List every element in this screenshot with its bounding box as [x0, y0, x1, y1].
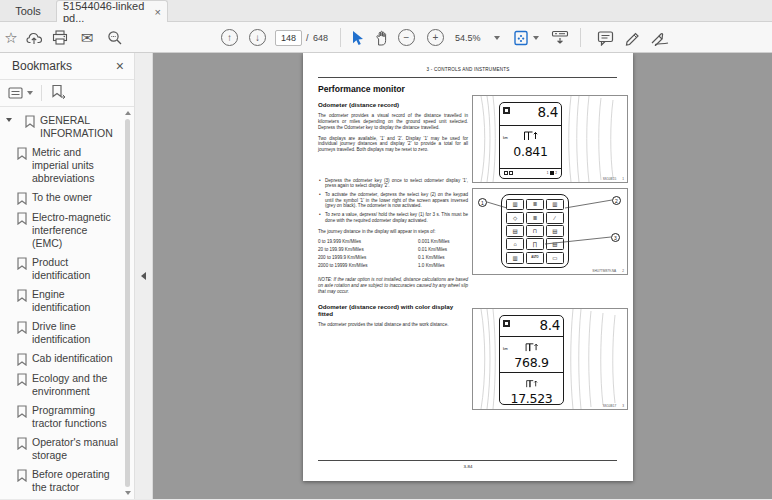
- step-cell: 0.01 Km/Miles: [418, 246, 447, 254]
- table-row: 0 to 19.999 Km/Miles 0.001 Km/Miles: [318, 238, 468, 246]
- bookmarks-list: GENERAL INFORMATION Metric and imperial …: [0, 107, 134, 499]
- range-cell: 200 to 1999.9 Km/Miles: [318, 254, 418, 262]
- figure-keypad: ▥ ≣ ▥ ◇: [472, 188, 628, 275]
- bookmark-item[interactable]: To the owner: [16, 191, 120, 205]
- print-button[interactable]: [50, 22, 70, 53]
- collapse-panel-icon[interactable]: [141, 272, 146, 280]
- callout-lines: [473, 189, 629, 276]
- range-cell: 2000 to 19999 Km/Miles: [318, 262, 418, 270]
- email-button[interactable]: ✉: [77, 22, 97, 53]
- previous-page-button[interactable]: ↑: [221, 22, 238, 53]
- table-row: 2000 to 19999 Km/Miles 1.0 Km/Miles: [318, 262, 468, 270]
- bookmark-icon: [16, 212, 28, 225]
- bookmark-icon: [16, 405, 28, 418]
- arrow-up-icon: ↑: [221, 29, 238, 46]
- panel-splitter[interactable]: [135, 53, 153, 499]
- figure-color-display: 8.4 km 768.9: [472, 308, 628, 410]
- pdf-reader-window: Tools 51544046-linked pd... × ☆ ✉: [0, 0, 772, 500]
- bookmark-item[interactable]: GENERAL INFORMATION: [6, 114, 120, 140]
- bookmark-item[interactable]: Before operating the tractor: [16, 468, 120, 494]
- bookmark-item[interactable]: Ecology and the environment: [16, 372, 120, 398]
- zoom-dropdown-caret[interactable]: [494, 22, 500, 53]
- cloud-upload-icon: [26, 31, 43, 45]
- pencil-icon: [623, 30, 641, 46]
- bookmark-options-icon: [8, 86, 24, 100]
- page-display-caret[interactable]: [533, 22, 539, 53]
- page-total: 648: [313, 22, 328, 53]
- tab-close-icon[interactable]: ×: [155, 6, 161, 18]
- document-viewer[interactable]: 3 - CONTROLS AND INSTRUMENTS Performance…: [153, 53, 772, 499]
- bookmark-item[interactable]: Electro-magnetic interference (EMC): [16, 211, 120, 250]
- page-footer: 3-84: [303, 464, 633, 469]
- section-heading: Odometer (distance record): [318, 101, 468, 108]
- scrollbar-thumb[interactable]: [125, 119, 130, 487]
- new-bookmark-button[interactable]: [50, 84, 66, 103]
- figure-code: SS10B17: [603, 404, 616, 408]
- indicator-2: 2: [555, 171, 557, 175]
- range-cell: 20 to 199.99 Km/Miles: [318, 246, 418, 254]
- toolbar: ☆ ✉ ↑ ↓ 148 / 648: [0, 22, 772, 53]
- zoom-level-value[interactable]: 54.5%: [455, 22, 481, 53]
- page-separator: /: [306, 22, 309, 53]
- page-display-mode-button[interactable]: [512, 22, 530, 53]
- scroll-up-icon[interactable]: [125, 111, 131, 115]
- bookmark-icon: [16, 469, 28, 482]
- cloud-upload-button[interactable]: [24, 22, 44, 53]
- bookmark-item[interactable]: Cab identification: [16, 352, 120, 366]
- hand-tool-button[interactable]: [371, 22, 391, 53]
- tab-tools[interactable]: Tools: [0, 0, 56, 22]
- bookmarks-options-button[interactable]: [8, 86, 33, 100]
- journey-icon: [523, 130, 539, 141]
- paragraph: Two displays are available, '1' and '2'.…: [318, 136, 468, 153]
- page-title: Performance monitor: [318, 84, 405, 94]
- add-bookmark-icon: [50, 84, 66, 99]
- select-tool-button[interactable]: [348, 22, 366, 53]
- bookmarks-scrollbar[interactable]: [123, 109, 133, 497]
- steps-intro: The journey distance in the display will…: [318, 229, 468, 234]
- display-mode-icon: [503, 107, 510, 114]
- panel-tools-divider: [41, 85, 42, 101]
- figure-odometer-display: 8.4 km 0.841: [472, 95, 628, 183]
- page-header: 3 - CONTROLS AND INSTRUMENTS: [303, 67, 633, 72]
- bookmark-item[interactable]: Product identification: [16, 256, 120, 282]
- lcd-display: 8.4 km 768.9: [499, 315, 564, 405]
- comment-tool-button[interactable]: [594, 22, 616, 53]
- printer-icon: [52, 30, 68, 45]
- header-rule: [318, 77, 617, 78]
- total-distance-value: 768.9: [503, 356, 560, 370]
- show-tools-panel-button[interactable]: [549, 22, 571, 53]
- bookmark-star-button[interactable]: ☆: [2, 22, 20, 53]
- bookmark-icon: [24, 115, 36, 128]
- select-arrow-icon: [350, 30, 364, 46]
- zoom-in-button[interactable]: +: [427, 22, 444, 53]
- chevron-down-icon[interactable]: [6, 118, 16, 122]
- next-page-button[interactable]: ↓: [249, 22, 266, 53]
- bookmark-item[interactable]: Metric and imperial units abbreviations: [16, 146, 120, 185]
- bookmark-icon: [16, 353, 28, 366]
- page-number-input[interactable]: 148: [275, 22, 302, 53]
- bookmark-item[interactable]: Drive line identification: [16, 320, 120, 346]
- scroll-down-icon[interactable]: [125, 491, 131, 495]
- unit-label: km: [503, 136, 508, 140]
- bookmark-item-label: Electro-magnetic interference (EMC): [32, 211, 120, 250]
- highlight-tool-button[interactable]: [621, 22, 643, 53]
- bookmark-item[interactable]: Engine identification: [16, 288, 120, 314]
- steps-table: 0 to 19.999 Km/Miles 0.001 Km/Miles 20 t…: [318, 238, 468, 270]
- bookmarks-close-icon[interactable]: ×: [116, 59, 124, 73]
- table-row: 20 to 199.99 Km/Miles 0.01 Km/Miles: [318, 246, 468, 254]
- fill-sign-tool-button[interactable]: [648, 22, 672, 53]
- bookmark-item[interactable]: Operator's manual storage: [16, 436, 120, 462]
- bookmark-item[interactable]: Programming tractor functions: [16, 404, 120, 430]
- tab-document[interactable]: 51544046-linked pd... ×: [56, 0, 168, 22]
- indicator-1: 1: [547, 171, 549, 175]
- toolbar-divider: [340, 28, 341, 47]
- bookmark-icon: [16, 192, 28, 205]
- arrow-down-icon: ↓: [249, 29, 266, 46]
- zoom-out-button[interactable]: −: [398, 22, 415, 53]
- search-button[interactable]: [105, 22, 125, 53]
- work-distance-value: 17.523: [503, 392, 560, 406]
- envelope-icon: ✉: [81, 30, 94, 45]
- minus-icon: −: [398, 29, 415, 46]
- bookmarks-panel-title: Bookmarks: [12, 59, 72, 73]
- bookmark-icon: [16, 147, 28, 160]
